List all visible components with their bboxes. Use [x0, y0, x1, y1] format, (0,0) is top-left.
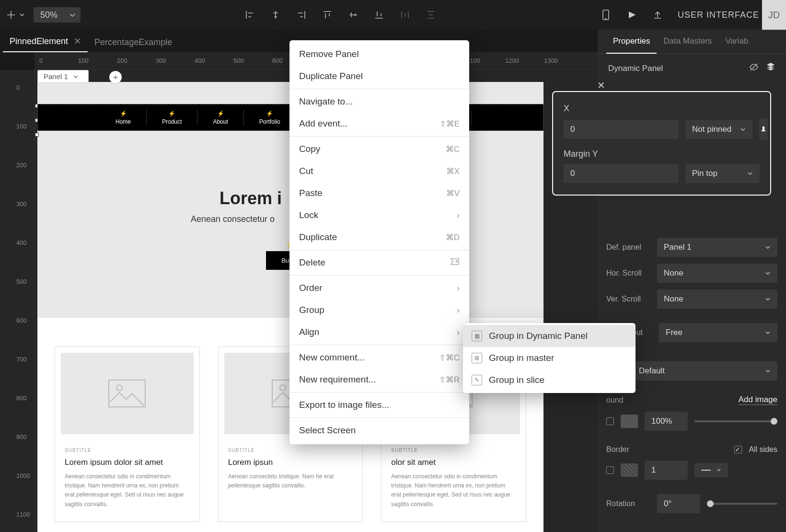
tab-properties[interactable]: Properties: [606, 30, 657, 54]
context-menu-item[interactable]: Add event...⇧⌘E: [289, 113, 469, 135]
ruler-tick: 500: [233, 57, 244, 64]
nav-item[interactable]: About: [197, 110, 243, 125]
ruler-tick: 100: [16, 123, 27, 130]
margin-y-input[interactable]: [564, 164, 679, 183]
x-pin-select[interactable]: Not pinned: [685, 120, 752, 139]
background-enable-checkbox[interactable]: [606, 417, 614, 425]
align-hcenter-icon[interactable]: [270, 9, 281, 21]
context-menu-item[interactable]: Group›: [289, 299, 469, 321]
context-menu-item[interactable]: Export to image files...: [289, 394, 469, 416]
slice-icon: ✎: [472, 375, 482, 385]
context-menu-item[interactable]: Duplicate Panel: [289, 65, 469, 87]
ruler-vertical: 010020030040050060070080090010001100: [0, 70, 35, 532]
separator: [289, 345, 469, 345]
mode-selector[interactable]: USER INTERFACE: [678, 10, 771, 20]
context-menu-item[interactable]: Duplicate⌘D: [289, 226, 469, 248]
align-top-icon[interactable]: [322, 9, 333, 21]
upload-icon[interactable]: [652, 9, 663, 21]
submenu-item[interactable]: ⊞Group in master: [463, 347, 636, 369]
close-icon[interactable]: ✕: [74, 36, 81, 46]
context-menu-item[interactable]: New comment...⇧⌘C: [289, 347, 469, 369]
context-menu-label: Group: [299, 305, 324, 315]
submenu-item[interactable]: ▦Group in Dynamic Panel: [463, 325, 636, 347]
distribute-h-icon[interactable]: [399, 9, 411, 21]
close-icon[interactable]: ✕: [597, 80, 605, 91]
context-menu-item[interactable]: Select Screen: [289, 419, 469, 441]
ver-scroll-label: Ver. Scroll: [606, 295, 650, 303]
group-submenu: ▦Group in Dynamic Panel⊞Group in master✎…: [463, 323, 636, 393]
context-menu-item[interactable]: Paste⌘V: [289, 182, 469, 204]
chevron-down-icon: [19, 12, 25, 18]
nav-item[interactable]: Portfolio: [244, 110, 296, 125]
margin-y-pin-select[interactable]: Pin top: [685, 164, 760, 183]
context-menu-item[interactable]: Copy⌘C: [289, 138, 469, 160]
context-menu-item[interactable]: Order›: [289, 277, 469, 299]
shortcut-label: ⌘V: [446, 188, 460, 198]
add-panel-button[interactable]: ＋: [109, 71, 122, 83]
all-sides-checkbox[interactable]: [734, 446, 742, 453]
pin-icon[interactable]: [759, 118, 768, 140]
play-icon[interactable]: [626, 9, 637, 21]
context-menu-item[interactable]: Align›: [289, 321, 469, 343]
ruler-tick: 300: [156, 57, 166, 64]
align-vcenter-icon[interactable]: [347, 9, 359, 21]
context-menu-item[interactable]: Lock›: [289, 204, 469, 226]
context-menu: Remove PanelDuplicate PanelNavigate to..…: [289, 40, 469, 444]
card-subtitle: SUBTITLE: [391, 448, 516, 453]
submenu-item[interactable]: ✎Group in slice: [463, 369, 636, 391]
context-menu-item[interactable]: Navigate to...: [289, 91, 469, 113]
chevron-right-icon: ›: [457, 210, 460, 220]
device-preview-icon[interactable]: [600, 9, 612, 21]
layers-icon[interactable]: [766, 62, 775, 75]
def-panel-select[interactable]: Panel 1: [657, 238, 777, 257]
align-left-icon[interactable]: [244, 9, 255, 21]
layout-select[interactable]: Free: [659, 323, 777, 342]
user-avatar[interactable]: JD: [762, 0, 786, 30]
ruler-tick: 100: [78, 57, 89, 64]
border-width-input[interactable]: [645, 461, 688, 480]
tab-variables[interactable]: Variab: [719, 30, 755, 54]
nav-item[interactable]: Home: [100, 110, 147, 125]
background-color-swatch[interactable]: [621, 415, 638, 428]
margin-y-label: Margin Y: [564, 149, 760, 159]
separator: [289, 89, 469, 89]
distribute-v-icon[interactable]: [425, 9, 437, 21]
selected-element-label: Dynamic Panel: [608, 64, 663, 73]
opacity-slider[interactable]: [694, 420, 777, 422]
align-bottom-icon[interactable]: [373, 9, 385, 21]
eye-off-icon[interactable]: [749, 62, 759, 75]
hor-scroll-select[interactable]: None: [657, 264, 777, 283]
add-image-link[interactable]: Add image: [739, 395, 777, 405]
context-menu-label: Navigate to...: [299, 96, 353, 107]
context-menu-item[interactable]: Cut⌘X: [289, 160, 469, 182]
x-input[interactable]: [564, 120, 679, 139]
context-menu-item[interactable]: New requirement...⇧⌘R: [289, 369, 469, 391]
ver-scroll-select[interactable]: None: [657, 289, 777, 309]
ruler-tick: 500: [16, 278, 27, 285]
panel-selector-label: Panel 1: [44, 72, 68, 81]
hor-scroll-label: Hor. Scroll: [606, 269, 650, 278]
add-button[interactable]: [6, 10, 25, 20]
x-label: X: [564, 104, 760, 114]
border-color-swatch[interactable]: [621, 463, 638, 477]
tab-percentage-example[interactable]: PercentageExample: [88, 33, 179, 52]
card-title: olor sit amet: [391, 458, 516, 467]
ruler-tick: 800: [16, 394, 27, 402]
svg-rect-0: [603, 10, 609, 20]
svg-rect-1: [109, 380, 145, 407]
panel-selector[interactable]: Panel 1: [37, 70, 89, 83]
border-enable-checkbox[interactable]: [606, 466, 614, 474]
align-right-icon[interactable]: [296, 9, 307, 21]
context-menu-item[interactable]: Delete: [289, 252, 469, 274]
context-menu-item[interactable]: Remove Panel: [289, 43, 469, 65]
tab-data-masters[interactable]: Data Masters: [657, 30, 718, 54]
opacity-input[interactable]: [645, 412, 688, 431]
nav-item[interactable]: Product: [147, 110, 197, 125]
rotation-input[interactable]: [657, 494, 700, 513]
zoom-control[interactable]: 50%: [34, 7, 81, 23]
border-style-select[interactable]: [694, 463, 728, 477]
style-select[interactable]: Default: [632, 361, 777, 381]
separator: [289, 392, 469, 393]
tab-pinned-element[interactable]: PinnedElement ✕: [3, 31, 88, 52]
rotation-slider[interactable]: [707, 503, 777, 505]
